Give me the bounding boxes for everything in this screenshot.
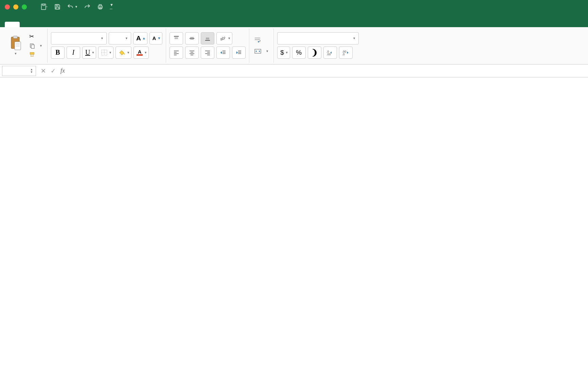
- wrap-text-icon: [254, 37, 262, 43]
- svg-rect-3: [56, 4, 58, 6]
- window-controls: [5, 4, 27, 10]
- comma-style-button[interactable]: ❩: [308, 46, 321, 59]
- svg-text:.00: .00: [326, 53, 331, 56]
- align-bottom-button[interactable]: [201, 32, 214, 44]
- align-right-button[interactable]: [201, 46, 214, 59]
- paint-bucket-icon: [119, 50, 125, 56]
- increase-indent-button[interactable]: [232, 46, 246, 59]
- decrease-decimal-icon: .00.0: [342, 50, 350, 56]
- decrease-decimal-button[interactable]: .00.0: [339, 46, 353, 59]
- confirm-formula-button[interactable]: ✓: [51, 67, 56, 75]
- formula-input[interactable]: [68, 67, 588, 75]
- fill-color-button[interactable]: ▼: [115, 46, 131, 59]
- merge-center-button[interactable]: ▼: [253, 48, 270, 55]
- tab-formulas[interactable]: [68, 22, 83, 27]
- comma-icon: ❩: [311, 51, 318, 54]
- borders-button[interactable]: ▼: [98, 46, 113, 59]
- percent-button[interactable]: %: [292, 46, 306, 59]
- svg-rect-16: [30, 52, 34, 54]
- orientation-button[interactable]: ab▼: [216, 32, 232, 44]
- print-icon[interactable]: [97, 3, 104, 10]
- increase-decimal-icon: .0.00: [326, 50, 334, 56]
- svg-text:.0: .0: [342, 53, 345, 56]
- format-painter-button[interactable]: [28, 51, 44, 58]
- font-color-icon: A: [137, 49, 143, 56]
- wrap-text-button[interactable]: [253, 36, 270, 43]
- ribbon-tabs: [0, 14, 588, 27]
- tab-home[interactable]: [5, 22, 20, 27]
- tab-insert[interactable]: [26, 22, 41, 27]
- group-alignment: ab▼: [166, 29, 249, 63]
- close-window-button[interactable]: [5, 4, 10, 10]
- group-number: ▼ $▼ % ❩ .0.00 .00.0: [274, 29, 362, 63]
- font-name-select[interactable]: ▼: [51, 32, 107, 44]
- orientation-icon: ab: [219, 35, 226, 41]
- minimize-window-button[interactable]: [13, 4, 18, 10]
- undo-button[interactable]: ▼: [67, 3, 78, 10]
- name-box[interactable]: ▲▼: [2, 66, 36, 76]
- decrease-indent-button[interactable]: [216, 46, 230, 59]
- zoom-window-button[interactable]: [22, 4, 27, 10]
- number-format-select[interactable]: ▼: [277, 32, 359, 44]
- font-size-select[interactable]: ▼: [109, 32, 131, 44]
- svg-rect-0: [41, 4, 46, 10]
- paintbrush-icon: [29, 52, 36, 58]
- align-center-button[interactable]: [185, 46, 199, 59]
- group-wrap-merge: ▼: [249, 29, 274, 63]
- svg-rect-4: [56, 7, 59, 9]
- align-left-button[interactable]: [170, 46, 183, 59]
- tab-data[interactable]: [89, 22, 104, 27]
- tab-review[interactable]: [110, 22, 125, 27]
- tab-view[interactable]: [131, 22, 146, 27]
- percent-icon: %: [296, 49, 302, 56]
- merge-icon: [254, 48, 262, 54]
- font-color-button[interactable]: A▼: [133, 46, 149, 59]
- bold-button[interactable]: B: [51, 46, 65, 59]
- svg-rect-15: [31, 45, 34, 49]
- borders-icon: [101, 50, 107, 56]
- scissors-icon: ✂: [29, 33, 34, 40]
- increase-decimal-button[interactable]: .0.00: [323, 46, 337, 59]
- ribbon-content: ▼ ✂ ▼ ▼ ▼ A▲ A▼ B I U▼ ▼ ▼ A▼ ab▼: [0, 27, 588, 64]
- italic-button[interactable]: I: [67, 46, 80, 59]
- svg-rect-1: [42, 4, 44, 6]
- copy-button[interactable]: ▼: [28, 42, 44, 50]
- formula-bar: ▲▼ ✕ ✓ fx: [0, 64, 588, 77]
- group-font: ▼ ▼ A▲ A▼ B I U▼ ▼ ▼ A▼: [48, 29, 166, 63]
- tab-page-layout[interactable]: [47, 22, 62, 27]
- align-top-button[interactable]: [170, 32, 183, 44]
- autosave-icon[interactable]: [40, 3, 48, 11]
- currency-button[interactable]: $▼: [277, 46, 290, 59]
- customize-qat-button[interactable]: ▼─: [110, 3, 113, 11]
- titlebar: ▼ ▼─: [0, 0, 588, 14]
- underline-button[interactable]: U▼: [82, 46, 96, 59]
- svg-rect-9: [13, 36, 17, 38]
- group-clipboard: ▼ ✂ ▼: [3, 29, 48, 63]
- copy-icon: [29, 43, 35, 49]
- save-icon[interactable]: [54, 3, 61, 10]
- svg-rect-6: [99, 4, 102, 6]
- grow-font-button[interactable]: A▲: [133, 32, 147, 44]
- svg-rect-50: [255, 49, 261, 53]
- align-middle-button[interactable]: [185, 32, 199, 44]
- svg-point-20: [124, 53, 125, 55]
- quick-access-toolbar: ▼ ▼─: [40, 3, 113, 11]
- svg-rect-10: [15, 42, 21, 50]
- shrink-font-button[interactable]: A▼: [149, 32, 163, 44]
- cancel-formula-button[interactable]: ✕: [41, 67, 46, 75]
- fx-icon[interactable]: fx: [60, 67, 65, 74]
- dollar-icon: $: [280, 49, 284, 56]
- redo-button[interactable]: [84, 3, 91, 10]
- cut-button[interactable]: ✂: [28, 32, 44, 41]
- paste-button[interactable]: ▼: [6, 36, 25, 55]
